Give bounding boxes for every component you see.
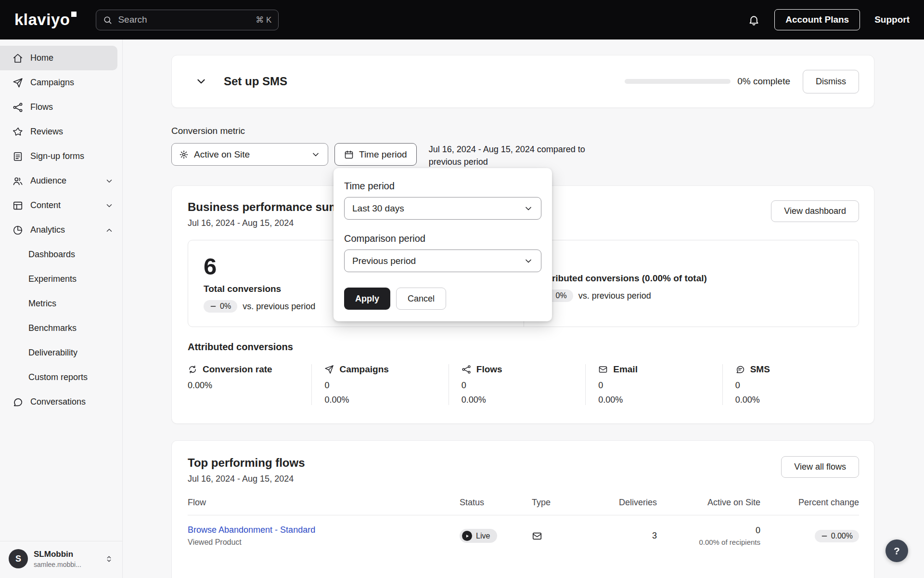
- time-period-button-label: Time period: [359, 149, 407, 160]
- popover-spacer: [344, 220, 541, 233]
- sidebar: Home Campaigns Flows Reviews Sign-up for: [0, 39, 123, 578]
- stat-head: Flows: [462, 364, 585, 375]
- chevron-down-icon: [524, 204, 533, 213]
- stat-value: 0: [462, 381, 585, 391]
- stat-sms: SMS 0 0.00%: [722, 364, 859, 405]
- search-shortcut: ⌘ K: [256, 15, 271, 25]
- sidebar-item-signup-forms[interactable]: Sign-up forms: [0, 144, 122, 169]
- collapse-chevron-icon[interactable]: [195, 75, 207, 88]
- sidebar-item-reviews[interactable]: Reviews: [0, 119, 122, 144]
- sidebar-item-metrics[interactable]: Metrics: [0, 291, 122, 316]
- sidebar-item-conversations[interactable]: Conversations: [0, 390, 122, 414]
- col-flow: Flow: [188, 498, 460, 508]
- comparison-period-select[interactable]: Previous period: [344, 250, 541, 272]
- chevron-down-icon: [311, 150, 321, 159]
- campaigns-icon: [324, 365, 334, 374]
- top-flows-card: Top performing flows Jul 16, 2024 - Aug …: [171, 440, 874, 578]
- account-plans-button[interactable]: Account Plans: [774, 9, 860, 30]
- global-search[interactable]: ⌘ K: [96, 10, 279, 30]
- sidebar-item-dashboards[interactable]: Dashboards: [0, 242, 122, 267]
- flows-icon: [462, 365, 471, 374]
- support-link[interactable]: Support: [874, 14, 910, 25]
- status-cell: Live: [460, 529, 532, 543]
- gear-icon: [179, 150, 189, 159]
- audience-icon: [13, 176, 23, 186]
- stat-value: 0: [598, 381, 722, 391]
- stat-flows: Flows 0 0.00%: [449, 364, 585, 405]
- logo-text: klaviyo: [14, 11, 70, 28]
- flow-cell: Browse Abandonment - Standard Viewed Pro…: [188, 525, 460, 547]
- attributed-vs-label: vs. previous period: [578, 291, 651, 301]
- search-input[interactable]: [118, 14, 256, 25]
- user-account-chip[interactable]: S SLMobbin samlee.mobbi...: [0, 541, 122, 578]
- dismiss-button[interactable]: Dismiss: [803, 70, 859, 93]
- popover-time-period-label: Time period: [344, 181, 541, 192]
- active-on-site-cell: 0 0.00% of recipients: [657, 525, 760, 546]
- chevron-down-icon: [105, 177, 114, 185]
- stat-value-2: 0.00%: [598, 395, 722, 405]
- chevron-down-icon: [524, 256, 533, 266]
- sidebar-item-audience[interactable]: Audience: [0, 169, 122, 193]
- stat-email: Email 0 0.00%: [585, 364, 722, 405]
- view-dashboard-button[interactable]: View dashboard: [771, 200, 859, 222]
- popover-comparison-label: Comparison period: [344, 233, 541, 244]
- attributed-section-title: Attributed conversions: [188, 342, 859, 353]
- time-period-select[interactable]: Last 30 days: [344, 197, 541, 220]
- stat-head: Campaigns: [324, 364, 448, 375]
- view-all-flows-button[interactable]: View all flows: [781, 456, 859, 478]
- klaviyo-logo[interactable]: klaviyo: [14, 11, 77, 29]
- sidebar-item-deliverability[interactable]: Deliverability: [0, 341, 122, 365]
- play-icon: [462, 531, 472, 541]
- content-icon: [13, 200, 23, 211]
- stat-value-2: 0.00%: [735, 395, 859, 405]
- stat-conversion-rate: Conversion rate 0.00%: [188, 364, 311, 405]
- stat-value: 0: [735, 381, 859, 391]
- flow-link[interactable]: Browse Abandonment - Standard: [188, 525, 315, 535]
- conversion-rate-icon: [188, 365, 197, 374]
- col-active-on-site: Active on Site: [657, 498, 760, 508]
- sidebar-item-label: Conversations: [30, 397, 86, 407]
- apply-button[interactable]: Apply: [344, 288, 390, 310]
- calendar-icon: [344, 150, 354, 159]
- popover-actions: Apply Cancel: [344, 288, 541, 310]
- sidebar-item-custom-reports[interactable]: Custom reports: [0, 365, 122, 390]
- email-icon: [598, 365, 608, 374]
- status-badge: Live: [460, 529, 497, 543]
- sidebar-item-label: Content: [30, 200, 61, 210]
- setup-progress-label: 0% complete: [737, 76, 790, 87]
- email-icon: [532, 531, 590, 541]
- sidebar-item-label: Reviews: [30, 127, 63, 137]
- sidebar-item-flows[interactable]: Flows: [0, 95, 122, 119]
- sidebar-item-home[interactable]: Home: [0, 46, 117, 70]
- notifications-bell-icon[interactable]: [748, 14, 760, 26]
- sidebar-item-label: Sign-up forms: [30, 151, 84, 161]
- status-label: Live: [476, 532, 490, 540]
- help-button[interactable]: ?: [886, 539, 908, 562]
- time-period-button[interactable]: Time period: [334, 143, 417, 166]
- percent-change-cell: 0.00%: [760, 530, 859, 542]
- sidebar-item-label: Flows: [30, 102, 53, 112]
- flows-title: Top performing flows: [188, 456, 305, 470]
- stat-value-2: 0.00%: [324, 395, 448, 405]
- flat-trend-icon: [210, 303, 217, 310]
- percent-change-pill: 0.00%: [815, 530, 859, 542]
- flat-trend-icon: [821, 533, 828, 539]
- sidebar-item-campaigns[interactable]: Campaigns: [0, 70, 122, 95]
- flows-table: Flow Status Type Deliveries Active on Si…: [188, 498, 859, 547]
- cancel-button[interactable]: Cancel: [396, 288, 446, 310]
- account-switcher-caret-icon[interactable]: [104, 554, 114, 564]
- sidebar-item-label: Analytics: [30, 225, 65, 235]
- metric-select[interactable]: Active on Site: [171, 143, 328, 166]
- stat-campaigns: Campaigns 0 0.00%: [311, 364, 448, 405]
- col-percent-change: Percent change: [760, 498, 859, 508]
- comparison-select-value: Previous period: [352, 256, 416, 266]
- date-range-note: Jul 16, 2024 - Aug 15, 2024 compared to …: [429, 143, 598, 168]
- sidebar-item-analytics[interactable]: Analytics: [0, 218, 122, 242]
- sidebar-item-benchmarks[interactable]: Benchmarks: [0, 316, 122, 341]
- attributed-conversions-block: Attributed conversions (0.00% of total) …: [524, 240, 859, 327]
- sidebar-item-experiments[interactable]: Experiments: [0, 267, 122, 291]
- flows-icon: [13, 102, 23, 113]
- col-status: Status: [460, 498, 532, 508]
- sidebar-item-content[interactable]: Content: [0, 193, 122, 218]
- setup-sms-right: 0% complete Dismiss: [625, 70, 859, 93]
